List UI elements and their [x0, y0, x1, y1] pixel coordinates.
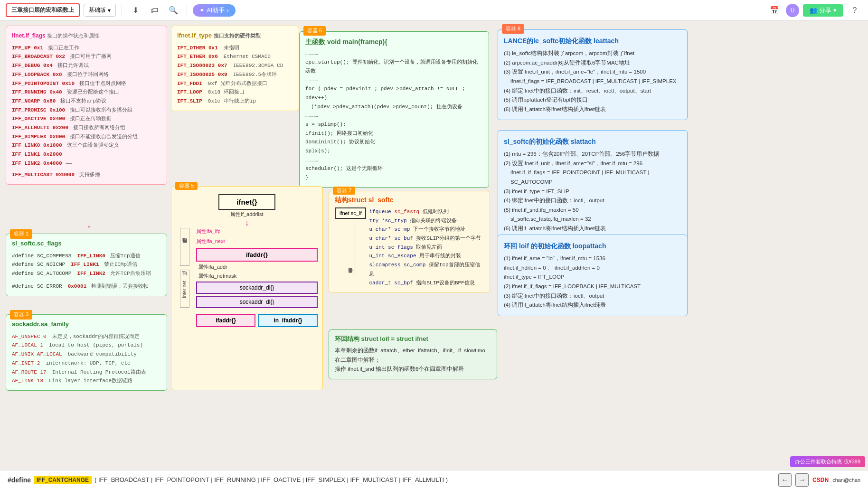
- slattach-content: (1) mtu = 296：包含20IP首部、20TCP首部、256字节用户数据…: [504, 150, 681, 242]
- iftype-content: IFT_OTHER 0x1未指明 IFT_ETHER 0x6Ethernet C…: [177, 44, 293, 106]
- card-scflags-title: sl_softc.sc_flags: [12, 239, 161, 249]
- down-arrow-ifflags: ↓: [86, 218, 92, 230]
- card-loif: 环回 loif 的初始化函数 loopattach (1) ifnet.if_a…: [498, 235, 688, 316]
- card-slsoftc: 容器 7 结构struct sl_softc ifnet sc_if 设备专用 …: [329, 191, 490, 292]
- title-label: 三章接口层的宏和函数上: [11, 6, 74, 14]
- diagram-area: ifnet{} 属性if_addrlist ↓: [176, 194, 318, 228]
- people-icon: 👥: [810, 7, 817, 14]
- device-label: 设备专用: [346, 220, 355, 277]
- attr-netmask: 属性ifa_netmask: [198, 273, 318, 280]
- iff-cantchange-highlight: IFF_CANTCHANGE: [34, 476, 92, 484]
- loif-struct-content: 本章剩余的函数if_attatch、ether_ifattatch、ifinit…: [335, 346, 491, 374]
- ifaddr-box2: ifaddr{}: [196, 314, 255, 327]
- card-lance: 容器 8 LANCE的le_softc初始化函数 leattach (1) le…: [498, 29, 688, 120]
- separator2: [187, 5, 187, 16]
- bottom-bar: #define IFF_CANTCHANGE ( IFF_BROADCAST |…: [0, 470, 868, 489]
- toolbar: 三章接口层的宏和函数上 基础版 ▾ ⬇ 🏷 🔍 ✦ AI助手 › 📅 U 👥 分…: [0, 0, 868, 21]
- main-content: ………… cpu_startup(); 硬件初始化。识别一个设备，就调用设备专用…: [305, 49, 483, 182]
- card-ifflags: ifnet.if_flags 接口的操作状态和属性 IFF_UP 0x1接口正在…: [6, 26, 167, 185]
- user-text: chan@chan: [832, 477, 860, 483]
- ifaddr-row: 链路层地址 Inter net 地址 属性ifa_ifp 属性ifa_next …: [176, 228, 318, 327]
- search-button[interactable]: 🔍: [166, 3, 181, 18]
- card-safamily-title: sockaddr.sa_family: [12, 320, 161, 329]
- badge-8: 容器 8: [502, 24, 524, 34]
- toolbar-right: 📅 U 👥 分享 ▾ ?: [767, 3, 862, 18]
- card-lance-title: LANCE的le_softc初始化函数 leattach: [504, 36, 681, 46]
- csdn-logo: CSDN: [812, 477, 829, 483]
- link-layer-label: 链路层地址: [180, 228, 189, 266]
- card-loif-struct: 环回结构 struct loif = struct ifnet 本章剩余的函数i…: [329, 329, 497, 379]
- chevron-right-icon: ›: [226, 7, 228, 14]
- lance-content: (1) le_softc结构体封装了arpcom，arpcom封装了ifnet …: [504, 49, 681, 114]
- canvas: ifnet.if_flags 接口的操作状态和属性 IFF_UP 0x1接口正在…: [0, 21, 868, 470]
- inet-addr-label: Inter net 地址: [180, 270, 189, 308]
- slsoftc-body: ifnet sc_if 设备专用 ifqueue sc_fastq 低延时队列 …: [335, 207, 484, 287]
- help-button[interactable]: ?: [847, 3, 862, 18]
- slsoftc-fields: ifqueue sc_fastq 低延时队列 tty *sc_ttyp 指向关联…: [369, 207, 484, 287]
- card-slattach: sl_softc的初始化函数 slattach (1) mtu = 296：包含…: [498, 130, 688, 249]
- card-ifflags-title: ifnet.if_flags 接口的操作状态和属性: [12, 31, 161, 41]
- download-button[interactable]: ⬇: [128, 3, 143, 18]
- nav-back-button[interactable]: ←: [778, 473, 792, 487]
- share-button[interactable]: 👥 分享 ▾: [803, 4, 843, 17]
- arrow-down1: ↓: [176, 218, 318, 228]
- inifaddr-box: in_ifaddr{}: [258, 314, 318, 327]
- sockaddr-dl2: sockaddr_dl{}: [196, 296, 318, 308]
- ifaddr2-row: ifaddr{} in_ifaddr{}: [196, 314, 318, 327]
- badge-6: 容器 6: [303, 26, 326, 36]
- card-loif-title: 环回 loif 的初始化函数 loopattach: [504, 241, 681, 251]
- bottom-rest-text: ( IFF_BROADCAST | IFF_POINTOPOINT | IFF_…: [94, 476, 448, 483]
- badge-3: 容器 3: [10, 310, 32, 320]
- bottom-right: ← → CSDN chan@chan: [778, 473, 860, 487]
- card-iftype-title: ifnet.if_type 接口支持的硬件类型: [177, 31, 293, 41]
- loif-content: (1) ifnet.if_ame = "lo"，ifnet.if_mtu = 1…: [504, 254, 681, 310]
- user-avatar[interactable]: U: [786, 4, 799, 17]
- star-icon: ✦: [199, 7, 205, 14]
- card-slattach-title: sl_softc的初始化函数 slattach: [504, 136, 681, 147]
- badge-5: 容器 5: [175, 182, 198, 190]
- ifnet-box: ifnet{}: [218, 194, 275, 210]
- calendar-icon[interactable]: 📅: [767, 3, 782, 18]
- dropdown-version[interactable]: 基础版 ▾: [84, 4, 116, 17]
- attr-next: 属性ifa_next: [196, 238, 318, 245]
- side-labels-left: 链路层地址 Inter net 地址: [176, 228, 193, 308]
- ifaddr-box1: ifaddr{}: [196, 248, 318, 262]
- badge-1: 容器 1: [10, 229, 32, 239]
- card-scflags: 容器 1 sl_softc.sc_flags #define SC_COMPRE…: [6, 234, 167, 296]
- safamily-content: AF_UNSPEC 0未定义，sockaddr的内容跟情况而定 AF_LOCAL…: [12, 332, 161, 386]
- ad-badge[interactable]: 办公三件套联合特惠 仅¥399: [790, 456, 865, 467]
- chevron-down-icon2: ▾: [833, 7, 837, 14]
- diagram-column: 属性ifa_ifp 属性ifa_next ifaddr{} 属性ifa_addr…: [196, 228, 318, 327]
- slsoftc-title: 结构struct sl_softc: [335, 196, 484, 205]
- badge-7: 容器 7: [333, 187, 355, 195]
- ai-assistant-button[interactable]: ✦ AI助手 ›: [193, 4, 236, 17]
- card-safamily: 容器 3 sockaddr.sa_family AF_UNSPEC 0未定义，s…: [6, 314, 167, 391]
- scflags-content: #define SC_COMPRESSIFF_LINK0压缩Tcp通信 #def…: [12, 252, 161, 291]
- chevron-down-icon: ▾: [108, 7, 111, 14]
- attr-addr: 属性ifa_addr: [198, 263, 318, 271]
- card-ifnet-diagram: 容器 5 ifnet{} 属性if_addrlist ↓ 链路层地址 Inter…: [171, 186, 323, 390]
- attr-addrlist: 属性if_addrlist: [176, 211, 318, 218]
- card-main: 容器 6 主函数 void main(framep){ ………… cpu_sta…: [299, 31, 489, 188]
- sockaddr-dl1: sockaddr_dl{}: [196, 282, 318, 294]
- tag-button[interactable]: 🏷: [147, 3, 162, 18]
- separator: [122, 5, 122, 16]
- define-keyword: #define: [8, 476, 31, 484]
- card-iftype: ifnet.if_type 接口支持的硬件类型 IFT_OTHER 0x1未指明…: [171, 26, 299, 111]
- ifnet-sc-if: ifnet sc_if 设备专用: [335, 207, 366, 287]
- ifnet-sc-label: ifnet sc_if: [335, 207, 366, 219]
- ifflags-content: IFF_UP 0x1接口正在工作 IFF_BROADCAST 0x2接口可用于广…: [12, 44, 161, 179]
- nav-forward-button[interactable]: →: [795, 473, 809, 487]
- attr-ifp: 属性ifa_ifp: [196, 228, 318, 235]
- title-button[interactable]: 三章接口层的宏和函数上: [6, 3, 80, 17]
- card-main-title: 主函数 void main(framep){: [305, 37, 483, 47]
- loif-struct-title: 环回结构 struct loif = struct ifnet: [335, 335, 491, 343]
